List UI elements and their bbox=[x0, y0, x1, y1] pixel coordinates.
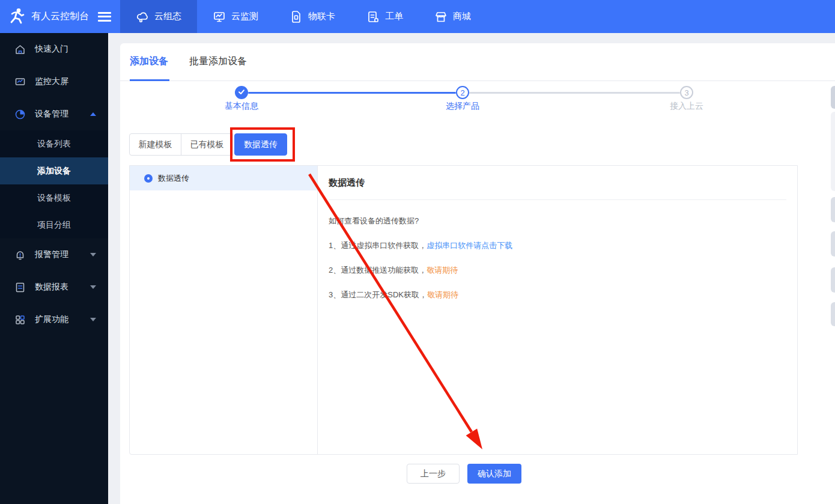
chevron-down-icon bbox=[90, 318, 96, 321]
previous-step-button[interactable]: 上一步 bbox=[407, 464, 460, 484]
step-1-label: 基本信息 bbox=[205, 101, 278, 112]
sim-card-icon bbox=[290, 10, 303, 23]
sidebar: 快速入门 监控大屏 设备管理 设备列表 添加设备 设备模板 项目分组 bbox=[0, 33, 108, 504]
chevron-down-icon bbox=[90, 253, 96, 257]
scrollbar-track bbox=[831, 112, 835, 191]
brand-area: 有人云控制台 bbox=[0, 0, 120, 33]
option-list-panel: 数据透传 bbox=[130, 166, 318, 454]
step-1-circle bbox=[235, 86, 248, 99]
side-toolbar-pill[interactable] bbox=[831, 197, 835, 222]
sidebar-item-quick-start[interactable]: 快速入门 bbox=[0, 33, 108, 65]
scrollbar-thumb[interactable] bbox=[831, 86, 835, 109]
detail-panel: 数据透传 如何查看设备的透传数据? 1、通过虚拟串口软件获取，虚拟串口软件请点击… bbox=[318, 166, 797, 454]
topnav-item-cloud-scada[interactable]: 云组态 bbox=[120, 0, 197, 33]
brand-logo-icon bbox=[8, 7, 26, 27]
report-icon bbox=[14, 282, 26, 293]
side-toolbar-pill[interactable] bbox=[831, 267, 835, 293]
step-2-circle: 2 bbox=[456, 86, 469, 99]
passthrough-panels: 数据透传 数据透传 如何查看设备的透传数据? 1、通过虚拟串口软件获取，虚拟串口… bbox=[129, 165, 798, 455]
sidebar-item-monitor-screen[interactable]: 监控大屏 bbox=[0, 65, 108, 98]
home-icon bbox=[14, 44, 26, 55]
side-toolbar-pill[interactable] bbox=[831, 302, 835, 326]
template-tab-existing-template[interactable]: 已有模板 bbox=[181, 133, 233, 156]
download-virtual-serial-link[interactable]: 虚拟串口软件请点击下载 bbox=[427, 241, 512, 250]
device-management-submenu: 设备列表 添加设备 设备模板 项目分组 bbox=[0, 130, 108, 238]
sidebar-item-device-list[interactable]: 设备列表 bbox=[0, 130, 108, 157]
menu-icon[interactable] bbox=[98, 12, 111, 22]
chevron-down-icon bbox=[90, 285, 96, 289]
step-connector-pending bbox=[469, 92, 680, 94]
sidebar-item-add-device[interactable]: 添加设备 bbox=[0, 157, 108, 184]
store-icon bbox=[434, 10, 448, 23]
step-connector-done bbox=[248, 92, 456, 94]
sidebar-item-device-management[interactable]: 设备管理 bbox=[0, 98, 108, 130]
detail-item-2: 2、通过数据推送功能获取，敬请期待 bbox=[329, 265, 786, 276]
step-3-circle: 3 bbox=[680, 86, 693, 99]
topbar: 有人云控制台 云组态 云监测 bbox=[0, 0, 835, 33]
template-tab-new-template[interactable]: 新建模板 bbox=[129, 133, 181, 156]
tab-batch-add-device[interactable]: 批量添加设备 bbox=[189, 43, 247, 81]
sidebar-item-data-report[interactable]: 数据报表 bbox=[0, 271, 108, 303]
monitor-chart-icon bbox=[213, 10, 226, 23]
chevron-up-icon bbox=[90, 112, 96, 116]
option-row-data-passthrough[interactable]: 数据透传 bbox=[130, 166, 317, 190]
sidebar-item-alarm-management[interactable]: 报警管理 bbox=[0, 238, 108, 271]
topnav-item-work-order[interactable]: 工单 bbox=[351, 0, 419, 33]
big-screen-icon bbox=[14, 76, 26, 88]
topnav-item-cloud-monitor[interactable]: 云监测 bbox=[197, 0, 274, 33]
sidebar-item-device-template[interactable]: 设备模板 bbox=[0, 184, 108, 211]
detail-title: 数据透传 bbox=[329, 166, 786, 200]
work-order-icon bbox=[366, 10, 380, 23]
alarm-bell-icon bbox=[14, 249, 26, 261]
cloud-icon bbox=[136, 10, 149, 23]
coming-soon-label: 敬请期待 bbox=[427, 290, 458, 299]
device-management-icon bbox=[14, 109, 26, 120]
topnav-item-mall[interactable]: 商城 bbox=[419, 0, 487, 33]
confirm-add-button[interactable]: 确认添加 bbox=[467, 464, 521, 484]
step-3-label: 接入上云 bbox=[651, 101, 723, 112]
topnav-item-iot-card[interactable]: 物联卡 bbox=[274, 0, 351, 33]
detail-item-1: 1、通过虚拟串口软件获取，虚拟串口软件请点击下载 bbox=[329, 240, 786, 251]
annotation-rectangle bbox=[230, 127, 295, 162]
page-tabs: 添加设备 批量添加设备 bbox=[120, 43, 835, 81]
coming-soon-label: 敬请期待 bbox=[427, 266, 458, 275]
brand-title: 有人云控制台 bbox=[31, 10, 89, 23]
detail-question: 如何查看设备的透传数据? bbox=[329, 216, 786, 226]
tab-add-device[interactable]: 添加设备 bbox=[130, 43, 168, 81]
radio-selected-icon[interactable] bbox=[144, 174, 153, 183]
sidebar-item-project-group[interactable]: 项目分组 bbox=[0, 211, 108, 238]
grid-apps-icon bbox=[14, 314, 26, 326]
side-toolbar-pill[interactable] bbox=[831, 231, 835, 257]
sidebar-item-extensions[interactable]: 扩展功能 bbox=[0, 303, 108, 336]
detail-item-3: 3、通过二次开发SDK获取，敬请期待 bbox=[329, 290, 786, 300]
topnav: 云组态 云监测 物联卡 bbox=[120, 0, 487, 33]
check-icon bbox=[238, 88, 245, 97]
step-2-label: 选择产品 bbox=[427, 101, 499, 112]
active-tab-underline bbox=[130, 79, 169, 81]
main-content-card: 添加设备 批量添加设备 2 3 基本信息 选择产品 接入上云 新建模板 已有模板… bbox=[120, 43, 835, 504]
